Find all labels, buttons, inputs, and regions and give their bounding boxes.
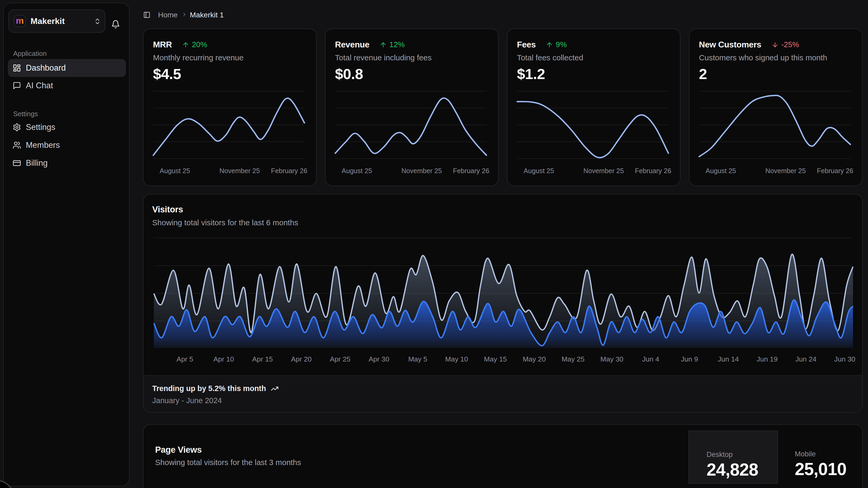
svg-text:m: m (16, 16, 24, 26)
